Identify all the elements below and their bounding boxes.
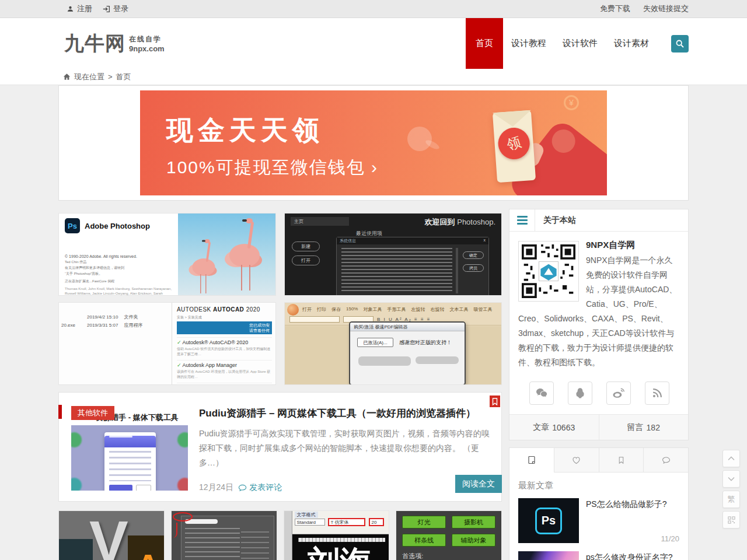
- tab-comments[interactable]: [643, 448, 688, 473]
- article-thumbnail-grid: Ps Adobe Photoshop © 1990-2020 Adobe. Al…: [58, 213, 502, 385]
- ps-2020-icon: Ps: [535, 508, 562, 534]
- rss-icon[interactable]: [645, 382, 669, 405]
- pdf-blur-blob: [358, 356, 411, 366]
- traditional-chinese-button[interactable]: 繁: [722, 491, 740, 508]
- site-logo[interactable]: 九牛网 在线自学 9npx.com: [64, 18, 165, 69]
- article-thumb-ps-preferences[interactable]: [171, 510, 277, 560]
- pdf-toolbar: 打开打印保存150%对象工具手形工具左旋转右旋转文本工具吸管工具: [285, 303, 501, 315]
- banner-card: 现金天天领 100%可提现至微信钱包 › ¥ 领: [58, 85, 689, 201]
- category-tag[interactable]: 其他软件: [71, 406, 114, 420]
- read-more-button[interactable]: 阅读全文: [455, 475, 502, 493]
- bookmark-badge[interactable]: [490, 396, 500, 407]
- red-annotation-circle: [173, 512, 193, 522]
- nav-item-tutorials[interactable]: 设计教程: [503, 18, 554, 69]
- coin-decoration: [407, 127, 432, 151]
- psw-dialog-title: 系统信息: [340, 238, 356, 244]
- cad-style-combo: Standard: [295, 519, 325, 526]
- search-icon: [675, 39, 685, 48]
- thumb-dot: [177, 432, 188, 447]
- tab-latest-posts[interactable]: [509, 448, 554, 473]
- featured-article-card: 其他软件 Pudiu资源猎手 - 媒体下载工具: [58, 392, 502, 502]
- psw-open-button: 打开: [292, 256, 320, 265]
- free-download-link[interactable]: 免费下载: [600, 4, 630, 14]
- article-thumb-adobe-letters[interactable]: S V A: [58, 510, 165, 560]
- article-thumb-3dsmax-panel[interactable]: 灯光 摄影机 样条线 辅助对象 首选项: 塌陷堆栈 动画: [396, 510, 502, 560]
- ps-author: Ted Chin 作品: [65, 260, 172, 264]
- chevron-up-icon: [728, 456, 735, 461]
- article-thumb-autocad-install[interactable]: 2019/4/2 15:10文件夹 20.exe2019/3/31 5:07应用…: [58, 302, 276, 385]
- acad-item1: ✓ Autodesk® AutoCAD® 2020 借助 AutoCAD 软件强…: [177, 337, 272, 357]
- register-link[interactable]: 注册: [67, 4, 92, 14]
- acad-item2-sub: 该插件可在 AutoCAD 环境使用，以简化管理从 App Store 获得的应…: [177, 369, 272, 380]
- ps-legal1: 有关法律声明和更多详细信息，请转到: [65, 265, 172, 270]
- qq-icon[interactable]: [568, 382, 592, 405]
- max-lights-button: 灯光: [402, 516, 446, 528]
- dead-link-submit-link[interactable]: 失效链接提交: [643, 4, 689, 14]
- acad-row1-type: 文件夹: [124, 313, 138, 321]
- promo-banner[interactable]: 现金天天领 100%可提现至微信钱包 › ¥ 领: [140, 90, 607, 195]
- comments-link[interactable]: 发表评论: [238, 482, 282, 493]
- post-title[interactable]: ps怎么修改身份证名字?: [586, 551, 679, 560]
- featured-article-thumbnail[interactable]: Pudiu资源猎手 - 媒体下载工具: [71, 410, 188, 491]
- psw-welcome-zh: 欢迎回到: [425, 218, 455, 226]
- comment-tab-icon: [661, 456, 671, 465]
- article-thumb-photoshop-splash[interactable]: Ps Adobe Photoshop © 1990-2020 Adobe. Al…: [58, 213, 276, 296]
- floating-toolbar: 繁: [722, 450, 740, 528]
- article-thumb-photoshop-welcome[interactable]: 主页 欢迎回到 Photoshop. 新建 打开 最近使用项 系统信息x 确定 …: [284, 213, 502, 296]
- pdf-blur-blob: [416, 356, 459, 364]
- nav-item-software[interactable]: 设计软件: [554, 18, 606, 69]
- letter-v: V: [89, 512, 128, 560]
- post-title[interactable]: PS怎么给物品做影子?: [586, 498, 679, 510]
- post-item[interactable]: ps怎么修改身份证名字?: [518, 551, 679, 560]
- pdf-app-logo: [287, 304, 299, 316]
- max-pref-label: 首选项:: [402, 552, 495, 560]
- acad-item1-sub: 借助 AutoCAD 软件强大的创新的设计工具，加快文档编制速度并了解三维…: [177, 346, 272, 357]
- bookmark-icon: [492, 398, 498, 405]
- stat-articles: 文章10663: [509, 415, 599, 440]
- bookmark-tab-icon: [617, 456, 626, 465]
- post-item[interactable]: Ps PS怎么给物品做影子? 11/20: [518, 498, 679, 543]
- cad-sample-text: 刘海: [308, 541, 373, 560]
- tab-popular-posts[interactable]: [554, 448, 599, 473]
- sidebar-tabs: [509, 448, 688, 473]
- login-link[interactable]: 登录: [103, 4, 128, 14]
- letter-a: A: [136, 547, 160, 560]
- article-thumb-pdf-editor[interactable]: 打开打印保存150%对象工具手形工具左旋转右旋转文本工具吸管工具 B I U A…: [284, 302, 502, 385]
- featured-article-excerpt: Pudiu资源猎手可高效实现下载管理，实时获取网页图片，视频，音频等内容的嗅探和…: [199, 426, 490, 470]
- tab-bookmarks[interactable]: [599, 448, 644, 473]
- max-helper-button: 辅助对象: [452, 534, 495, 547]
- red-envelope-graphic: 领: [493, 110, 536, 183]
- latest-posts-header: 最新文章: [518, 480, 679, 491]
- logo-slogan: 在线自学: [129, 34, 165, 44]
- breadcrumb-current[interactable]: 首页: [116, 72, 131, 82]
- wechat-icon[interactable]: [529, 382, 554, 405]
- nav-item-materials[interactable]: 设计素材: [606, 18, 657, 69]
- home-icon: [63, 73, 71, 80]
- hamburger-menu-icon[interactable]: [509, 209, 535, 231]
- weibo-icon[interactable]: [606, 382, 631, 405]
- article-thumb-cad-text[interactable]: 文字格式 Standard T 仿宋体 20 刘海: [284, 510, 390, 560]
- scroll-top-button[interactable]: [722, 450, 740, 467]
- qr-share-button[interactable]: [722, 511, 740, 528]
- featured-article-title[interactable]: Pudiu资源猎手 – 网页媒体下载工具（一款好用的浏览器插件）: [199, 393, 490, 420]
- chevron-down-icon: [728, 477, 735, 481]
- flamingo-artwork: [178, 214, 275, 295]
- cad-format-label: 文字格式: [295, 512, 318, 518]
- register-label: 注册: [77, 4, 92, 14]
- ps-credits: Thomas Knoll, John Knoll, Mark Hamburg, …: [65, 286, 172, 296]
- scroll-bottom-button[interactable]: [722, 470, 740, 488]
- acad-install-tab: 安装 > 安装完成: [177, 315, 272, 320]
- sidebar: 关于本站: [509, 209, 689, 560]
- search-button[interactable]: [671, 35, 689, 52]
- max-spline-button: 样条线: [402, 534, 446, 547]
- login-label: 登录: [113, 4, 128, 14]
- note-icon: [527, 455, 536, 465]
- nav-item-home[interactable]: 首页: [466, 18, 503, 69]
- acad-success-banner: 您已成功安请查看任何: [177, 321, 272, 334]
- main-nav: 首页 设计教程 设计软件 设计素材: [466, 18, 689, 69]
- pdf-activated-button: 已激活(A)...: [357, 338, 393, 347]
- acad-row2-type: 应用程序: [124, 321, 142, 330]
- autodesk-brand: AUTODESK AUTOCAD 2020: [177, 306, 272, 313]
- user-icon: [67, 5, 74, 13]
- about-header: 关于本站: [535, 215, 576, 226]
